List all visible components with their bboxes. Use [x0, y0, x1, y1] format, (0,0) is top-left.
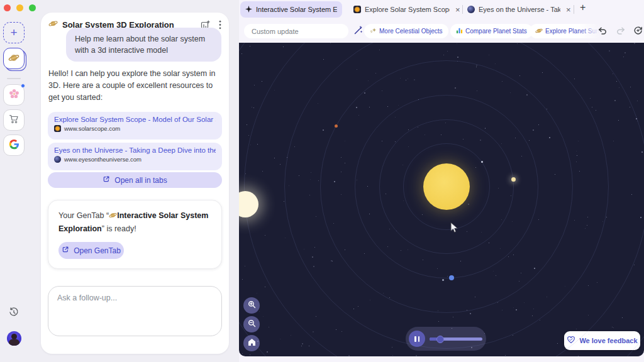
- user-message: Help me learn about the solar system wit…: [66, 28, 221, 62]
- link-title[interactable]: Explore Solar System Scope - Model of Ou…: [54, 116, 216, 123]
- tab-separator: [462, 5, 463, 14]
- notification-dot: [21, 84, 25, 88]
- saturn-icon: [8, 52, 19, 65]
- magic-wand-icon: [353, 25, 364, 37]
- redo-icon: [616, 26, 626, 38]
- new-chat-button[interactable]: +: [3, 22, 25, 43]
- open-gentab-button[interactable]: Open GenTab: [58, 242, 124, 259]
- tab-interactive-solar-system[interactable]: Interactive Solar System Explor...: [240, 1, 342, 18]
- planet-favicon: [467, 6, 475, 13]
- minimize-window-button[interactable]: [16, 4, 23, 11]
- saturn-icon: [535, 27, 543, 36]
- tab-eyes-on-universe[interactable]: Eyes on the Universe - Taking ×: [467, 0, 572, 19]
- google-g-icon: [9, 139, 19, 151]
- sun: [423, 163, 470, 210]
- link-url: www.solarscope.com: [64, 125, 120, 132]
- gentab-text: Your GenTab “Interactive Solar System Ex…: [58, 210, 211, 235]
- saturn-icon: [109, 211, 117, 223]
- solarscope-favicon: [54, 125, 61, 132]
- blossom-icon: [9, 89, 19, 101]
- assistant-message: Hello! I can help you explore the solar …: [48, 68, 222, 103]
- link-title[interactable]: Eyes on the Universe - Taking a Deep Div…: [54, 146, 216, 154]
- link-url: www.eyesontheuniverse.com: [64, 156, 142, 163]
- link-card-solarscope[interactable]: Explore Solar System Scope - Model of Ou…: [48, 112, 222, 140]
- planet-mercury: [481, 161, 483, 163]
- external-link-icon: [62, 246, 69, 255]
- solarscope-favicon: [353, 6, 361, 13]
- app-window: + Solar System 3D Explo: [0, 0, 644, 362]
- button-label: More Celestial Objects: [379, 28, 443, 35]
- open-all-label: Open all in tabs: [114, 176, 167, 185]
- zoom-window-button[interactable]: [29, 4, 36, 11]
- shooting-star-icon: [370, 27, 377, 35]
- close-tab-button[interactable]: ×: [454, 6, 462, 14]
- sidebar-item-shopping[interactable]: [3, 109, 25, 131]
- planet-moon: [442, 279, 444, 281]
- cart-icon: [9, 114, 19, 126]
- regenerate-button[interactable]: [631, 25, 644, 38]
- close-tab-button[interactable]: ×: [565, 6, 572, 14]
- open-gentab-label: Open GenTab: [74, 246, 121, 255]
- sidebar-item-solar-system[interactable]: [3, 48, 25, 69]
- button-label: Compare Planet Stats: [465, 28, 527, 35]
- plus-icon: +: [10, 26, 17, 38]
- window-controls: [4, 4, 36, 11]
- compare-planet-stats-button[interactable]: Compare Planet Stats: [450, 24, 533, 38]
- more-celestial-objects-button[interactable]: More Celestial Objects: [364, 24, 448, 38]
- tab-title: Interactive Solar System Explor...: [256, 6, 337, 13]
- solar-canvas[interactable]: We love feedback: [239, 43, 644, 356]
- sidebar-item-google[interactable]: [3, 134, 25, 156]
- tab-title: Explore Solar System Scope -: [365, 6, 450, 13]
- gentab-ready-card: Your GenTab “Interactive Solar System Ex…: [48, 200, 222, 269]
- tab-title: Eyes on the Universe - Taking: [479, 6, 560, 13]
- tab-bar: Interactive Solar System Explor... Explo…: [239, 0, 644, 19]
- close-window-button[interactable]: [4, 4, 11, 11]
- chat-menu-button[interactable]: [219, 20, 221, 30]
- saturn-icon: [48, 19, 58, 31]
- external-link-icon: [103, 175, 110, 185]
- link-card-eyes-universe[interactable]: Eyes on the Universe - Taking a Deep Div…: [48, 143, 222, 170]
- tab-separator: [574, 5, 574, 14]
- planet-earth: [449, 275, 454, 280]
- browser-region: Interactive Solar System Explor... Explo…: [239, 0, 644, 362]
- sparkle-star-icon: [245, 4, 252, 15]
- undo-icon: [597, 26, 608, 38]
- sidebar-item-blossom[interactable]: [3, 84, 25, 106]
- chat-panel: Solar System 3D Exploration Help me lear…: [41, 13, 229, 354]
- planet-venus: [511, 177, 516, 182]
- rail-divider: [7, 78, 21, 79]
- history-icon: [9, 307, 19, 319]
- history-button[interactable]: [7, 306, 21, 320]
- user-avatar[interactable]: [7, 331, 21, 346]
- tab-solar-system-scope[interactable]: Explore Solar System Scope - ×: [353, 0, 462, 19]
- followup-input[interactable]: [48, 286, 222, 336]
- undo-button[interactable]: [596, 25, 609, 38]
- redo-button[interactable]: [614, 25, 628, 38]
- planet-mars: [335, 124, 338, 128]
- refresh-plus-icon: [633, 25, 643, 38]
- planet-favicon: [54, 156, 61, 163]
- gentab-toolbar: More Celestial Objects Compare Planet St…: [239, 19, 644, 43]
- open-all-in-tabs-button[interactable]: Open all in tabs: [48, 172, 222, 188]
- new-tab-button[interactable]: +: [580, 2, 586, 13]
- custom-update-input[interactable]: [244, 24, 348, 38]
- bar-chart-icon: [456, 27, 463, 35]
